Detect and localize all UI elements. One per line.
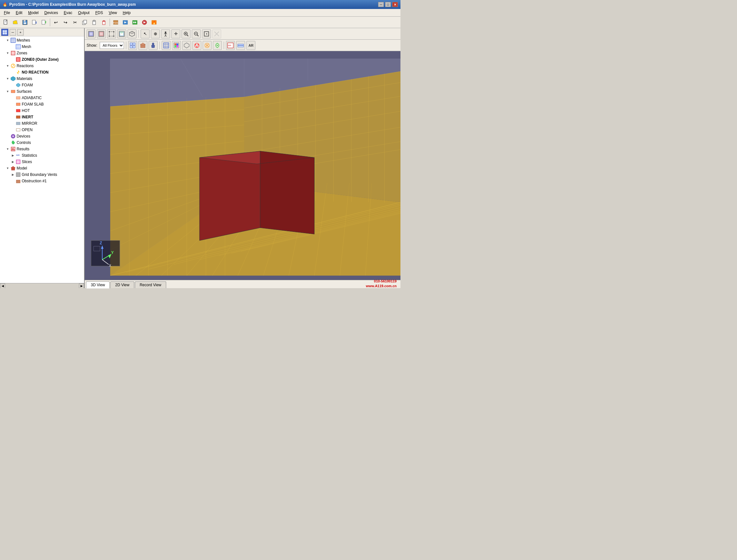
tree-node-grid-boundary[interactable]: ▶ Grid Boundary Vents [0, 171, 84, 178]
scroll-right-button[interactable]: ▶ [79, 283, 84, 288]
show-wires[interactable] [182, 41, 191, 50]
tree-node-surfaces[interactable]: ▼ Surfaces [0, 88, 84, 95]
box-select-button[interactable] [107, 29, 116, 38]
svg-rect-75 [89, 32, 93, 36]
tab-record-view[interactable]: Record View [135, 281, 166, 288]
tree-node-materials[interactable]: ▼ Materials [0, 75, 84, 82]
svg-rect-65 [16, 160, 20, 164]
iso-view-button[interactable] [128, 29, 137, 38]
tree-node-mesh[interactable]: Mesh [0, 43, 84, 50]
pan-tool[interactable]: ⊕ [151, 29, 160, 38]
show-floors-select[interactable]: All Floors Floor 1 [100, 42, 124, 49]
tree-node-foam-slab[interactable]: FOAM SLAB [0, 101, 84, 107]
svg-line-91 [187, 35, 188, 36]
select-tool[interactable]: ↖ [141, 29, 150, 38]
import-button[interactable] [30, 18, 39, 27]
svg-rect-102 [133, 43, 135, 45]
menu-evac[interactable]: Evac [61, 10, 75, 16]
vt-sep-2 [126, 42, 126, 49]
tree-node-inert[interactable]: INERT [0, 114, 84, 120]
tree-node-zone0[interactable]: ZONE0 (Outer Zone) [0, 56, 84, 63]
run-2-button[interactable] [121, 18, 130, 27]
show-people-button[interactable] [149, 41, 158, 50]
minimize-button[interactable]: ─ [378, 2, 384, 7]
foam-label: FOAM [22, 83, 33, 87]
tree-node-devices[interactable]: Devices [0, 133, 84, 139]
top-view-button[interactable] [117, 29, 126, 38]
menu-file[interactable]: File [1, 10, 12, 16]
redo-button[interactable]: ↪ [61, 18, 70, 27]
zoom-out-tool[interactable] [192, 29, 201, 38]
menu-devices[interactable]: Devices [42, 10, 61, 16]
export-button[interactable] [40, 18, 49, 27]
menu-fds[interactable]: FDS [93, 10, 106, 16]
tree-node-slices[interactable]: ▶ Slices [0, 159, 84, 165]
tree-node-no-reaction[interactable]: NO REACTION [0, 69, 84, 75]
tree-node-statistics[interactable]: ▶ ¹²³ Statistics [0, 152, 84, 159]
tree-node-foam[interactable]: FOAM [0, 82, 84, 88]
run-4-button[interactable] [140, 18, 149, 27]
save-button[interactable] [20, 18, 29, 27]
tab-2d-view[interactable]: 2D View [110, 281, 134, 288]
ar-button[interactable]: AR [247, 41, 255, 50]
tree-node-open[interactable]: OPEN [0, 127, 84, 133]
maximize-button[interactable]: □ [385, 2, 391, 7]
menu-model[interactable]: Model [26, 10, 41, 16]
tree-node-reactions[interactable]: ▼ Reactions [0, 63, 84, 69]
delete-button[interactable] [99, 18, 108, 27]
toggle-diag1[interactable] [192, 41, 201, 50]
title-bar-controls[interactable]: ─ □ ✕ [378, 2, 398, 7]
tree-node-hot[interactable]: HOT [0, 107, 84, 114]
menu-output[interactable]: Output [75, 10, 92, 16]
svg-rect-9 [42, 20, 45, 24]
menu-edit[interactable]: Edit [13, 10, 25, 16]
menu-view[interactable]: View [106, 10, 120, 16]
tree-node-adiabatic[interactable]: ADIABATIC [0, 95, 84, 101]
tab-3d-view[interactable]: 3D View [86, 281, 110, 288]
toggle-diag3[interactable] [213, 41, 222, 50]
tree-node-obstruction[interactable]: Obstruction #1 [0, 178, 84, 184]
new-button[interactable] [1, 18, 10, 27]
menu-bar: File Edit Model Devices Evac Output FDS … [0, 9, 400, 17]
walk-tool[interactable] [161, 29, 170, 38]
show-obst-button[interactable] [138, 41, 147, 50]
show-grid-button[interactable] [128, 41, 137, 50]
3d-viewport[interactable]: Z Y X [85, 51, 400, 280]
side-view-button[interactable] [97, 29, 106, 38]
run-1-button[interactable]: FDS [111, 18, 120, 27]
tree-node-results[interactable]: ▼ Results [0, 146, 84, 152]
toggle-diag2[interactable] [203, 41, 212, 50]
menu-help[interactable]: Help [120, 10, 133, 16]
run-3-button[interactable] [130, 18, 139, 27]
run-5-button[interactable]: 🔥 [150, 18, 159, 27]
layers-button[interactable] [236, 41, 245, 50]
collapse-all-button[interactable]: ─ [10, 29, 16, 35]
surfaces-label: Surfaces [17, 89, 32, 94]
close-button[interactable]: ✕ [392, 2, 398, 7]
open-button[interactable] [11, 18, 20, 27]
tree-node-zones[interactable]: ▼ Zones [0, 50, 84, 56]
show-colored[interactable] [172, 41, 181, 50]
tree-node-model[interactable]: ▼ Model [0, 165, 84, 171]
no-reaction-icon [15, 69, 21, 75]
copy-button[interactable] [80, 18, 89, 27]
floor-plan-button[interactable]: ¹²³ [226, 41, 235, 50]
cut-button[interactable]: ✂ [71, 18, 80, 27]
fit-tool[interactable] [202, 29, 211, 38]
statistics-icon: ¹²³ [15, 153, 21, 158]
tree-toolbar: ─ + [0, 28, 84, 36]
scroll-left-button[interactable]: ◀ [0, 283, 5, 288]
move-tool[interactable]: ✛ [171, 29, 180, 38]
undo-button[interactable]: ↩ [51, 18, 60, 27]
show-mesh-lines[interactable] [162, 41, 171, 50]
tree-node-meshes[interactable]: ▼ Meshes [0, 37, 84, 43]
watermark-line3: www.A119.com.cn [366, 284, 396, 288]
results-label: Results [17, 147, 29, 151]
tree-node-mirror[interactable]: MIRROR [0, 120, 84, 127]
paste-button[interactable] [90, 18, 99, 27]
expand-all-button[interactable]: + [17, 29, 24, 35]
zoom-in-tool[interactable] [182, 29, 191, 38]
tree-node-controls[interactable]: Controls [0, 139, 84, 146]
disabled-tool[interactable] [212, 29, 221, 38]
front-view-button[interactable] [87, 29, 96, 38]
